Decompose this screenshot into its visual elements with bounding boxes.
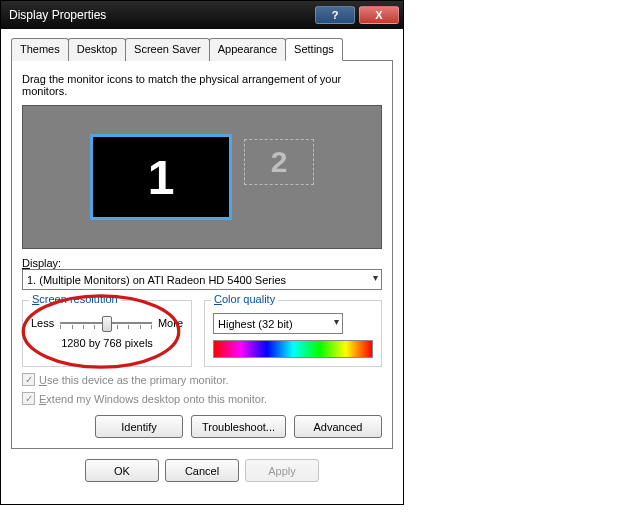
- color-quality-value: Highest (32 bit): [218, 318, 293, 330]
- primary-monitor-label: Use this device as the primary monitor.: [39, 374, 229, 386]
- ok-button[interactable]: OK: [85, 459, 159, 482]
- resolution-legend: Screen resolution: [29, 293, 121, 305]
- resolution-more-label: More: [158, 317, 183, 329]
- tab-settings[interactable]: Settings: [285, 38, 343, 61]
- tab-screensaver[interactable]: Screen Saver: [125, 38, 210, 61]
- tab-desktop[interactable]: Desktop: [68, 38, 126, 61]
- window-title: Display Properties: [9, 8, 315, 22]
- instruction-text: Drag the monitor icons to match the phys…: [22, 73, 382, 97]
- cancel-button[interactable]: Cancel: [165, 459, 239, 482]
- extend-desktop-checkbox: ✓: [22, 392, 35, 405]
- screen-resolution-group: Screen resolution Less More 1280 by 768 …: [22, 300, 192, 367]
- identify-button[interactable]: Identify: [95, 415, 183, 438]
- settings-panel: Drag the monitor icons to match the phys…: [11, 60, 393, 449]
- resolution-less-label: Less: [31, 317, 54, 329]
- advanced-button[interactable]: Advanced: [294, 415, 382, 438]
- monitor-1[interactable]: 1: [90, 134, 232, 220]
- display-properties-window: Display Properties ? X Themes Desktop Sc…: [0, 0, 404, 505]
- display-select[interactable]: 1. (Multiple Monitors) on ATI Radeon HD …: [22, 269, 382, 290]
- tab-appearance[interactable]: Appearance: [209, 38, 286, 61]
- resolution-value: 1280 by 768 pixels: [31, 337, 183, 349]
- monitor-2[interactable]: 2: [244, 139, 314, 185]
- troubleshoot-button[interactable]: Troubleshoot...: [191, 415, 286, 438]
- color-quality-select[interactable]: Highest (32 bit): [213, 313, 343, 334]
- close-button[interactable]: X: [359, 6, 399, 24]
- resolution-slider-thumb[interactable]: [102, 316, 112, 332]
- color-spectrum: [213, 340, 373, 358]
- titlebar[interactable]: Display Properties ? X: [1, 1, 403, 29]
- color-quality-group: Color quality Highest (32 bit): [204, 300, 382, 367]
- monitor-arrangement-area[interactable]: 1 2: [22, 105, 382, 249]
- primary-monitor-checkbox-row: ✓ Use this device as the primary monitor…: [22, 373, 382, 386]
- apply-button[interactable]: Apply: [245, 459, 319, 482]
- tab-bar: Themes Desktop Screen Saver Appearance S…: [11, 38, 393, 61]
- display-select-value: 1. (Multiple Monitors) on ATI Radeon HD …: [27, 274, 286, 286]
- help-button[interactable]: ?: [315, 6, 355, 24]
- color-legend: Color quality: [211, 293, 278, 305]
- tab-themes[interactable]: Themes: [11, 38, 69, 61]
- resolution-slider[interactable]: [60, 313, 152, 333]
- extend-desktop-checkbox-row: ✓ Extend my Windows desktop onto this mo…: [22, 392, 382, 405]
- primary-monitor-checkbox: ✓: [22, 373, 35, 386]
- extend-desktop-label: Extend my Windows desktop onto this moni…: [39, 393, 267, 405]
- display-label: Display:: [22, 257, 382, 269]
